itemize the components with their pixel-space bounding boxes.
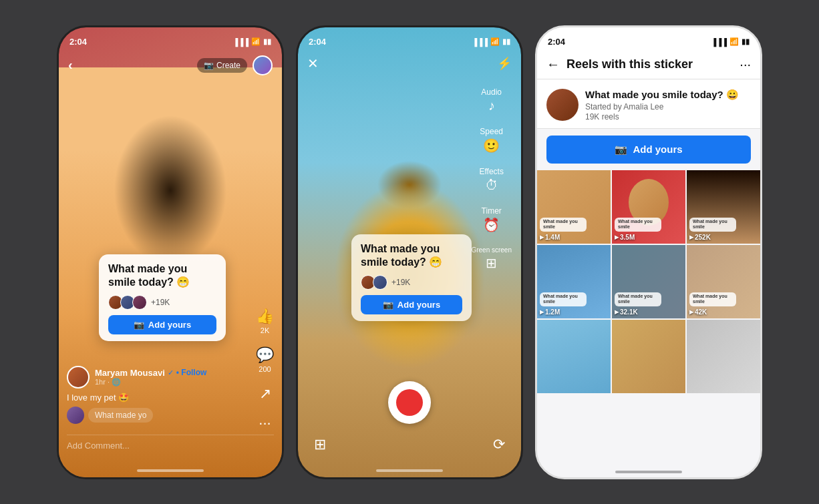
user-name: Maryam Mousavi <box>95 368 165 378</box>
effects-label: Effects <box>479 167 503 176</box>
more-action[interactable]: ··· <box>259 415 271 432</box>
add-yours-button-phone1[interactable]: 📷 Add yours <box>108 315 216 334</box>
phone1-info: Maryam Mousavi ✓ • Follow 1hr · 🌐 I love… <box>67 366 242 424</box>
grid-item-3[interactable]: What made you smile ▶ 252K <box>687 170 760 244</box>
comment-row: What made yo <box>67 407 242 424</box>
sticker-count: +19K <box>151 298 170 307</box>
play-icon-6: ▶ <box>689 309 693 315</box>
like-count: 2K <box>261 326 269 334</box>
timer-icon: ⏰ <box>483 217 500 233</box>
sticker-count-2: +19K <box>391 278 410 287</box>
speed-tool[interactable]: Speed 🙂 <box>471 127 512 154</box>
phone2-status-bar: 2:04 ▐▐▐ 📶 ▮▮ <box>298 27 521 51</box>
camera-icon: 📷 <box>204 61 214 70</box>
back-arrow-icon[interactable]: ‹ <box>68 57 73 73</box>
sticker-title-2: What made you smile today? 😁 <box>361 242 462 270</box>
sticker-avatar-2b <box>373 275 387 290</box>
play-icon-5: ▶ <box>615 309 619 315</box>
more-icon: ··· <box>259 415 271 432</box>
effects-icon: ⏱ <box>485 178 498 193</box>
sticker-info-text: What made you smile today? 😀 Started by … <box>585 89 739 121</box>
sticker-avatars: +19K <box>108 295 216 310</box>
battery-icon3: ▮▮ <box>742 37 750 46</box>
phone2-status-icons: ▐▐▐ 📶 ▮▮ <box>472 37 510 46</box>
sticker-avatars-2: +19K <box>361 275 462 290</box>
grid-sticker-3: What made you smile <box>689 218 736 232</box>
share-icon: ↗ <box>259 385 271 403</box>
signal-icon2: ▐▐▐ <box>472 38 488 46</box>
timer-tool[interactable]: Timer ⏰ <box>471 206 512 233</box>
signal-icon: ▐▐▐ <box>233 38 249 46</box>
grid-item-6[interactable]: What made you smile ▶ 42K <box>687 245 760 318</box>
phone2-bottom-tools: ⊞ ⟳ <box>298 436 521 453</box>
phone3-status-icons: ▐▐▐ 📶 ▮▮ <box>711 37 750 46</box>
phone1-time: 2:04 <box>69 37 87 47</box>
play-icon-4: ▶ <box>540 309 544 315</box>
add-yours-label-2: Add yours <box>397 300 440 310</box>
comment-action[interactable]: 💬 200 <box>256 346 274 373</box>
camera-large-icon: 📷 <box>615 144 627 156</box>
flash-icon[interactable]: ⚡ <box>497 56 512 71</box>
grid-item-4[interactable]: What made you smile ▶ 1.2M <box>537 245 611 318</box>
phone-3: 2:04 ▐▐▐ 📶 ▮▮ ← Reels with this sticker … <box>535 25 762 479</box>
speed-icon: 🙂 <box>483 138 500 154</box>
timer-label: Timer <box>482 206 502 216</box>
create-label: Create <box>216 61 240 70</box>
phone3-inner: 2:04 ▐▐▐ 📶 ▮▮ ← Reels with this sticker … <box>537 27 760 477</box>
close-button[interactable]: ✕ <box>307 55 319 71</box>
caption: I love my pet 🤩 <box>67 393 242 403</box>
sticker-avatar-3 <box>132 295 147 310</box>
create-button[interactable]: 📷 Create <box>197 58 247 73</box>
grid-item-9[interactable] <box>687 320 760 393</box>
phone1-status-icons: ▐▐▐ 📶 ▮▮ <box>233 37 271 46</box>
sticker-info-title: What made you smile today? 😀 <box>585 89 739 101</box>
comment-preview: What made yo <box>88 408 153 423</box>
grid-sticker-2: What made you smile <box>615 218 661 232</box>
flip-camera-icon[interactable]: ⟳ <box>493 436 505 453</box>
more-button[interactable]: ··· <box>740 57 751 72</box>
reels-grid: What made you smile ▶ 1.4M What made you… <box>537 170 760 393</box>
phone1-status-bar: 2:04 ▐▐▐ 📶 ▮▮ <box>59 27 282 51</box>
grid-item-2[interactable]: What made you smile ▶ 3.5M <box>612 170 685 244</box>
share-action[interactable]: ↗ <box>259 385 271 403</box>
green-screen-tool[interactable]: Green screen ⊞ <box>471 246 512 271</box>
grid-count-text-4: 1.2M <box>545 308 560 316</box>
sticker-title: What made you smile today? 😁 <box>108 262 216 290</box>
grid-item-5[interactable]: What made you smile ▶ 32.1K <box>612 245 685 318</box>
user-avatar-nav[interactable] <box>253 55 273 75</box>
add-comment-bar[interactable]: Add Comment... <box>67 435 274 451</box>
gallery-icon[interactable]: ⊞ <box>314 436 326 453</box>
phone2-tools: Audio ♪ Speed 🙂 Effects ⏱ Timer ⏰ Green … <box>471 87 512 271</box>
add-yours-large-button[interactable]: 📷 Add yours <box>546 136 751 164</box>
audio-tool[interactable]: Audio ♪ <box>471 87 512 113</box>
back-arrow-phone3[interactable]: ← <box>546 57 560 72</box>
grid-count-text-3: 252K <box>695 234 711 241</box>
grid-sticker-5: What made you smile <box>615 292 661 306</box>
grid-count-2: ▶ 3.5M <box>615 234 635 241</box>
wifi-icon3: 📶 <box>729 37 739 46</box>
like-action[interactable]: 👍 2K <box>256 308 274 334</box>
home-indicator-2 <box>376 469 443 472</box>
grid-count-text-2: 3.5M <box>620 234 635 241</box>
header-title: Reels with this sticker <box>566 57 733 71</box>
follow-button[interactable]: • Follow <box>176 368 207 377</box>
effects-tool[interactable]: Effects ⏱ <box>471 167 512 193</box>
user-time: 1hr · 🌐 <box>95 378 206 387</box>
camera-add-icon: 📷 <box>134 320 144 330</box>
add-yours-large-label: Add yours <box>633 144 682 155</box>
audio-label: Audio <box>481 87 502 97</box>
grid-item-1[interactable]: What made you smile ▶ 1.4M <box>537 170 611 244</box>
grid-item-8[interactable] <box>612 320 685 393</box>
grid-count-1: ▶ 1.4M <box>540 234 560 241</box>
grid-sticker-1: What made you smile <box>540 218 587 232</box>
grid-count-5: ▶ 32.1K <box>615 308 638 316</box>
grid-count-6: ▶ 42K <box>689 308 707 316</box>
record-button[interactable] <box>388 381 431 424</box>
audio-icon: ♪ <box>488 98 495 113</box>
add-yours-button-phone2[interactable]: 📷 Add yours <box>361 295 462 314</box>
grid-count-3: ▶ 252K <box>689 234 711 241</box>
sticker-info-reels-count: 19K reels <box>585 112 739 121</box>
phone1-nav: ‹ 📷 Create <box>59 51 282 79</box>
signal-icon3: ▐▐▐ <box>711 38 727 46</box>
grid-item-7[interactable] <box>537 320 611 393</box>
